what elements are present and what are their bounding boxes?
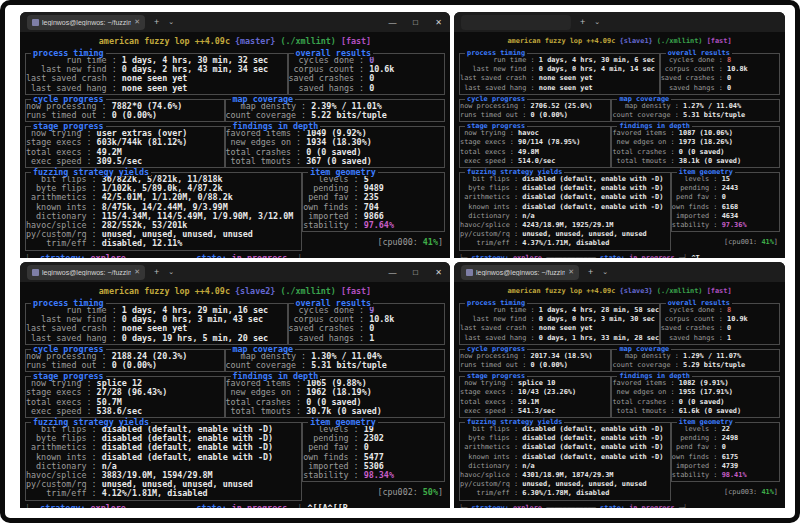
state-label: state: — [600, 254, 625, 258]
separator: : — [709, 221, 721, 230]
stat-row: arithmetics : disabled (default, enable … — [460, 193, 668, 202]
row-cycle-map: cycle progressnow processing : 2706.52 (… — [459, 95, 780, 122]
separator: : — [518, 352, 530, 361]
separator: : — [666, 138, 678, 147]
strategy-label: strategy: — [40, 254, 85, 258]
tab-dropdown-icon[interactable]: ⌄ — [168, 268, 174, 276]
stat-label: arithmetics — [460, 443, 510, 452]
separator: : — [510, 203, 522, 212]
cpu-meter: [cpu002: 50%] — [302, 488, 445, 497]
stat-label: total tmouts — [226, 157, 292, 166]
tab-dropdown-icon[interactable]: ⌄ — [168, 18, 174, 26]
tab-close-icon[interactable]: ✕ — [134, 268, 140, 276]
stat-label: saved hangs — [289, 84, 355, 93]
target-binary: (./xmllint) — [280, 286, 335, 296]
tab-dropdown-icon[interactable]: ⌄ — [602, 268, 608, 276]
stat-row: py/custom/rq : unused, unused, unused, u… — [460, 480, 668, 489]
close-button[interactable]: ✕ — [427, 268, 450, 277]
stat-label: trim/eff — [460, 239, 510, 248]
separator: : — [354, 84, 369, 93]
stat-value: 0 (0 saved) — [679, 148, 725, 157]
stat-value: unused, unused, unused, unused — [522, 480, 646, 489]
tab-close-icon[interactable]: ✕ — [568, 268, 574, 276]
stat-value: 22 — [722, 425, 730, 434]
tab-bar: leginwos@leginwos: ~/fuzzin ✕ + ⌄ — □ ✕ — [20, 12, 450, 32]
section-title: fuzzing strategy yields — [465, 168, 564, 176]
new-tab-button[interactable]: + — [154, 17, 159, 27]
geometry-column: item geometrylevels : 15pending : 2443pe… — [671, 168, 780, 247]
section-title: stage progress — [465, 372, 527, 380]
stat-row: corpus count : 10.9k — [661, 315, 777, 324]
separator: : — [291, 407, 306, 416]
terminal-tab[interactable]: leginwos@leginwos: ~/fuzzin ✕ — [27, 265, 145, 280]
minimize-button[interactable]: — — [381, 18, 404, 27]
stat-row: count coverage : 5.31 bits/tuple — [612, 111, 777, 120]
stat-label: saved hangs — [289, 334, 355, 343]
new-tab-button[interactable]: + — [588, 267, 593, 277]
stat-row: stability : 98.41% — [672, 471, 777, 480]
stat-label: count coverage — [612, 111, 670, 120]
maximize-button[interactable]: □ — [404, 18, 427, 27]
new-tab-button[interactable]: + — [580, 17, 585, 27]
stat-row: last saved crash : none seen yet — [460, 324, 657, 333]
terminal-tab[interactable]: leginwos@leginwos: ~/fuzzin ✕ — [461, 265, 579, 280]
new-tab-button[interactable]: + — [154, 267, 159, 277]
separator: : — [715, 56, 727, 65]
stat-label: exec speed — [26, 407, 81, 416]
stat-row: last saved hang : none seen yet — [26, 84, 285, 93]
maximize-button[interactable]: □ — [404, 268, 427, 277]
stat-value: none seen yet — [539, 74, 593, 83]
section-item-geometry: item geometrylevels : 5pending : 9489pen… — [302, 172, 445, 232]
stat-row: total execs : 50.1M — [460, 398, 608, 407]
section-title: overall results — [666, 49, 732, 57]
row-timing-results: process timingrun time : 1 days, 4 hrs, … — [459, 49, 780, 95]
separator: : — [510, 434, 522, 443]
terminal-tab[interactable]: leginwos@leginwos: ~/fuzzin ✕ — [27, 15, 145, 30]
separator: : — [81, 157, 96, 166]
footer-border: ─┘ — [679, 504, 687, 508]
geometry-column: item geometrylevels : 19pending : 2302pe… — [302, 418, 445, 497]
separator: : — [709, 443, 721, 452]
separator: : — [715, 84, 727, 93]
stat-label: new edges on — [612, 138, 666, 147]
stat-value: disabled (default, enable with -D) — [522, 443, 663, 452]
stat-row: stability : 98.34% — [303, 471, 442, 480]
separator: : — [666, 129, 678, 138]
inactive-tab[interactable] — [461, 15, 571, 30]
stat-row: cycles done : 8 — [661, 306, 777, 315]
stat-value: 4243/18.9M, 1925/29.1M — [522, 221, 613, 230]
target-binary: (./xmllint) — [657, 37, 703, 45]
separator: : — [666, 148, 678, 157]
stat-value: 514.0/sec — [518, 157, 555, 166]
minimize-button[interactable]: — — [381, 268, 404, 277]
stat-row: last saved hang : 0 days, 1 hrs, 33 min,… — [460, 334, 657, 343]
stat-value: splice 10 — [518, 379, 555, 388]
state-value: in progress — [227, 504, 293, 508]
stat-label: saved hangs — [661, 334, 715, 343]
footer-border: ─┘ — [292, 504, 302, 508]
separator: : — [526, 56, 538, 65]
separator: : — [526, 334, 538, 343]
geometry-column: item geometrylevels : 22pending : 2498pe… — [671, 418, 780, 497]
stat-value: 5.29 bits/tuple — [683, 361, 745, 370]
stat-row: last new find : 0 days, 0 hrs, 4 min, 14… — [460, 65, 657, 74]
stat-value: 0 (0 saved) — [679, 398, 725, 407]
separator: : — [709, 453, 721, 462]
tab-dropdown-icon[interactable]: ⌄ — [594, 18, 600, 26]
stat-value: 4739 — [722, 462, 739, 471]
state-label: state: — [196, 254, 226, 258]
strategy-label: strategy: — [471, 504, 508, 508]
section-title: cycle progress — [31, 345, 106, 353]
separator: : — [671, 352, 683, 361]
close-button[interactable]: ✕ — [427, 18, 450, 27]
stat-label: stability — [303, 221, 348, 230]
stat-label: imported — [672, 212, 709, 221]
section-title: map coverage — [231, 345, 296, 353]
stat-label: own finds — [672, 453, 709, 462]
state-value: in progress — [625, 254, 679, 258]
section-title: stage progress — [31, 372, 106, 380]
tab-close-icon[interactable]: ✕ — [134, 18, 140, 26]
stat-label: map density — [612, 102, 670, 111]
row-cycle-map: cycle progressnow processing : 7882*0 (7… — [25, 95, 445, 122]
separator: : — [709, 471, 721, 480]
